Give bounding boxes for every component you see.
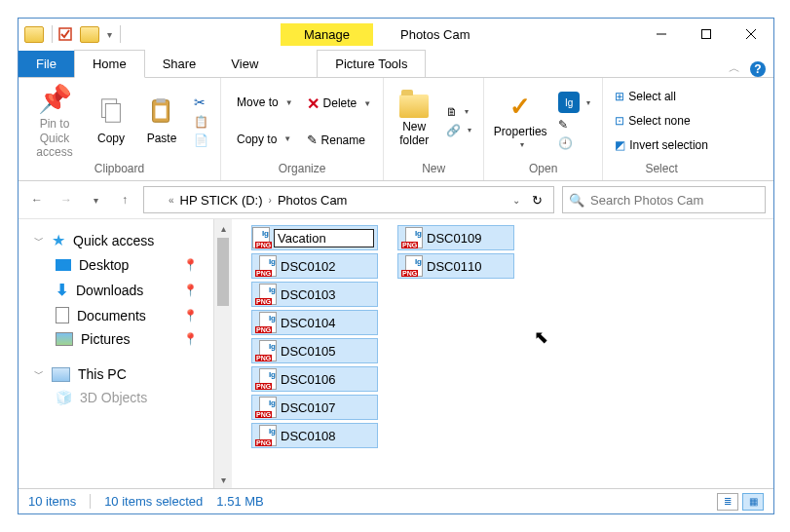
history-button[interactable]: 🕘 [554,135,594,151]
nav-documents[interactable]: Documents 📍 [28,303,213,327]
status-separator [90,494,91,509]
svg-rect-9 [155,105,166,118]
nav-this-pc[interactable]: ﹀ This PC [28,362,213,386]
new-item-button[interactable]: 🗎▾ [442,104,475,120]
properties-qat-icon[interactable] [56,25,74,43]
manage-context-tab[interactable]: Manage [281,23,373,46]
breadcrumb-sep-icon: « [167,195,176,206]
paste-shortcut-button[interactable]: 📄 [190,133,212,148]
file-list-pane[interactable]: IgPNG IgPNGDSC0102IgPNGDSC0103IgPNGDSC01… [232,219,773,488]
address-bar-row: ← → ▾ ↑ « HP STICK (D:) › Photos Cam ⌄ ↻… [19,181,773,219]
tab-file[interactable]: File [19,51,74,77]
select-all-button[interactable]: ⊞ Select all [611,89,712,104]
delete-button[interactable]: ✕ Delete ▼ [303,94,376,114]
help-icon[interactable]: ? [750,61,766,77]
minimize-button[interactable] [639,19,684,50]
nav-quick-access[interactable]: ﹀ ★ Quick access [28,227,213,253]
easy-access-button[interactable]: 🔗▾ [442,123,475,138]
paste-icon [147,96,176,129]
group-new-label: New [422,162,445,178]
copy-label: Copy [97,132,125,145]
quick-access-toolbar: ▾ [19,19,125,50]
tab-share[interactable]: Share [145,51,214,77]
file-item[interactable]: IgPNGDSC0104 [251,310,378,335]
nav-desktop[interactable]: Desktop 📍 [28,253,213,277]
properties-button[interactable]: ✓ Properties ▾ [490,92,550,149]
view-toggles: ≣ ▦ [717,493,764,511]
new-folder-qat-icon[interactable] [80,26,99,43]
status-size: 1.51 MB [216,494,263,509]
file-item[interactable]: IgPNGDSC0110 [397,253,514,279]
nav-pictures[interactable]: Pictures 📍 [28,327,213,351]
file-item[interactable]: IgPNGDSC0103 [251,282,378,307]
pc-icon [52,367,70,382]
file-item[interactable]: IgPNGDSC0106 [251,366,378,392]
nav-3d-objects[interactable]: 🧊 3D Objects [28,386,213,409]
tab-picture-tools[interactable]: Picture Tools [317,50,426,77]
maximize-button[interactable] [684,19,729,50]
breadcrumb-seg-1[interactable]: HP STICK (D:) [180,193,263,208]
star-icon: ★ [52,231,65,249]
file-name: DSC0110 [427,259,481,274]
copy-path-button[interactable]: 📋 [190,114,212,130]
select-none-button[interactable]: ⊡ Select none [611,113,712,129]
png-icon: IgPNG [401,227,423,248]
file-item-renaming[interactable]: IgPNG [251,225,378,250]
breadcrumb-chevron-icon[interactable]: › [267,195,274,206]
breadcrumb-seg-2[interactable]: Photos Cam [278,193,348,208]
thumbnails-view-button[interactable]: ▦ [742,493,764,511]
recent-dropdown[interactable]: ▾ [85,189,106,210]
scroll-down-icon[interactable]: ▾ [214,471,232,488]
file-item[interactable]: IgPNGDSC0109 [397,225,514,250]
window-controls [639,19,773,50]
collapse-ribbon-icon[interactable]: ︿ [729,60,740,77]
copy-to-button[interactable]: Copy to ▼ [229,132,297,147]
desktop-icon [56,259,71,271]
tab-view[interactable]: View [213,51,276,77]
refresh-button[interactable]: ↻ [524,193,549,208]
details-view-button[interactable]: ≣ [717,493,738,511]
properties-label: Properties [494,125,547,138]
address-bar[interactable]: « HP STICK (D:) › Photos Cam ⌄ ↻ [143,186,554,213]
tab-home[interactable]: Home [74,50,145,78]
app-folder-icon [24,26,44,43]
file-item[interactable]: IgPNGDSC0102 [251,253,378,279]
open-with-button[interactable]: Ig▾ [554,91,594,114]
rename-button[interactable]: ✎ Rename [303,132,376,148]
nav-pictures-label: Pictures [81,331,131,347]
scroll-up-icon[interactable]: ▴ [214,219,232,237]
invert-label: Invert selection [629,138,708,152]
up-button[interactable]: ↑ [114,189,135,210]
copy-path-icon: 📋 [194,115,208,129]
pin-label: Pin to Quick access [24,117,85,159]
paste-button[interactable]: Paste [137,96,186,145]
qat-dropdown-icon[interactable]: ▾ [103,29,116,40]
copy-button[interactable]: Copy [87,96,135,145]
file-item[interactable]: IgPNGDSC0108 [251,423,378,448]
cube-icon: 🧊 [56,390,72,405]
new-folder-button[interactable]: New folder [390,95,438,148]
invert-selection-button[interactable]: ◩ Invert selection [611,137,712,153]
pin-to-quick-access-button[interactable]: 📌 Pin to Quick access [24,83,85,160]
group-clipboard: 📌 Pin to Quick access Copy Paste ✂ 📋 📄 [19,78,221,180]
nav-downloads[interactable]: ⬇ Downloads 📍 [28,277,213,303]
rename-input[interactable] [274,229,374,247]
expand-icon[interactable]: ﹀ [34,234,44,247]
nav-scrollbar[interactable]: ▴ ▾ [213,219,232,488]
forward-button[interactable]: → [56,189,77,210]
scroll-thumb[interactable] [217,238,229,306]
move-to-button[interactable]: Move to ▼ [229,95,297,110]
search-box[interactable]: 🔍 Search Photos Cam [562,186,766,213]
close-button[interactable] [729,19,773,50]
file-item[interactable]: IgPNGDSC0105 [251,338,378,363]
file-name: DSC0108 [281,429,335,443]
app-icon: Ig [558,92,580,113]
expand-icon[interactable]: ﹀ [34,367,44,381]
explorer-window: ▾ Manage Photos Cam File Home Share View… [18,18,774,514]
file-item[interactable]: IgPNGDSC0107 [251,395,378,420]
cut-button[interactable]: ✂ [190,94,212,111]
back-button[interactable]: ← [26,189,48,210]
drive-icon [148,194,163,206]
edit-button[interactable]: ✎ [554,117,594,133]
address-dropdown-icon[interactable]: ⌄ [512,195,520,206]
